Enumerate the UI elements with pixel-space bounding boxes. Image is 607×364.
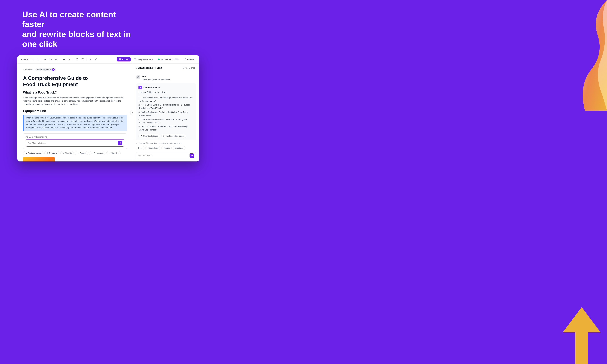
summarize-label: Summarize [94,152,103,154]
hero-headline: Use AI to create content faster and rewr… [22,10,133,49]
competitors-label: Competitors data [137,58,153,61]
rephrase-button[interactable]: Rephrase [44,151,59,155]
ai-title-5: 5. "Food on Wheels: How Food Trucks are … [138,125,194,132]
svg-point-15 [138,76,139,77]
section1-heading: What is a Food Truck? [23,91,127,94]
ordered-list-button[interactable]: 1.2.3. [75,57,79,62]
undo-button[interactable] [30,57,35,62]
chat-input[interactable] [138,154,188,157]
make-list-label: Make list [111,152,119,154]
competitors-tab[interactable]: Competitors data [132,57,155,62]
hero-section: Use AI to create content faster and rewr… [0,0,607,55]
svg-point-4 [81,59,82,59]
svg-text:3.: 3. [76,59,77,60]
expand-label: Expand [79,152,86,154]
ai-write-input-row [26,139,124,147]
editor-panel: 1,021 words Target Keywords 4 A Comprehe… [17,64,133,161]
section2-heading: Equipment List [23,109,127,113]
word-count-bar: 1,021 words Target Keywords 4 [23,68,127,71]
panel-collapse-toggle[interactable]: » [130,110,133,115]
publish-label: Publish [187,58,194,61]
copy-to-clipboard-button[interactable]: Copy to clipboard [138,134,160,138]
chip-structures[interactable]: Structures [173,146,185,150]
paste-at-cursor-button[interactable]: Paste at editor cursor [161,134,186,138]
ai-logo: ✦ [138,86,142,90]
h2-button[interactable]: H2 [49,57,53,62]
h3-button[interactable]: H3 [54,57,58,62]
chat-send-button[interactable] [189,153,194,158]
simplify-button[interactable]: Simplify [60,151,74,155]
italic-button[interactable]: I [67,57,72,62]
clear-chat-button[interactable]: Clear chat [181,66,196,70]
toolbar-right: AI chat Competitors data Improvements 17… [117,57,196,62]
ai-action-buttons: Copy to clipboard Paste at editor cursor [138,134,194,138]
ai-write-input[interactable] [28,142,117,144]
svg-point-9 [109,154,109,154]
svg-point-7 [109,153,109,153]
bold-button[interactable]: B [62,57,66,62]
simplify-label: Simplify [65,152,72,154]
svg-point-8 [109,153,109,153]
improvements-label: Improvements [161,58,173,61]
ai-write-send-button[interactable] [118,141,122,145]
keyword-count: 4 [52,68,55,71]
ai-suggestions-label: Use our AI suggestions or ask AI to writ… [136,142,196,144]
publish-button[interactable]: Publish [182,57,196,62]
make-list-button[interactable]: Make list [106,151,120,155]
toolbar-divider-1 [41,58,42,61]
h1-button[interactable]: H1 [43,57,48,62]
word-count: 1,021 words [23,68,33,71]
svg-rect-16 [141,136,142,137]
ai-sender-name: ContentShake AI [144,86,160,89]
svg-rect-10 [23,157,55,161]
ai-title-2: 2. "From Street Eats to Gourmet Delights… [138,103,194,110]
highlighted-text[interactable]: When creating content for your website, … [23,115,127,131]
chat-panel: ContentShake AI chat Clear chat You Gene… [133,64,199,161]
section1-body: When starting a food truck business, it'… [23,96,127,106]
improvements-count: 17 [174,58,179,60]
chip-titles[interactable]: Titles [136,146,145,150]
chip-images[interactable]: Images [161,146,172,150]
ai-chat-tab[interactable]: AI chat [117,57,131,62]
toolbar: Back H1 H2 H3 B I 1.2.3. [17,55,199,64]
expand-button[interactable]: Expand [75,151,88,155]
toolbar-divider-3 [73,58,73,61]
continue-writing-button[interactable]: Continue writing [23,151,43,155]
ai-title-1: 1. "Food Truck Fever: How Rolling Kitche… [138,96,194,103]
chat-title: ContentShake AI chat [136,66,162,69]
user1-message-text: Generate 5 titles for this article [142,78,196,81]
editor-window: Back H1 H2 H3 B I 1.2.3. [17,55,199,161]
ai-sender-row: ✦ ContentShake AI [138,86,194,90]
clear-chat-label: Clear chat [185,67,195,69]
image-placeholder [23,157,55,161]
user-message-1-content: You Generate 5 titles for this article [142,75,196,81]
clear-format-button[interactable] [93,57,98,62]
ai-intro-text: Here are 5 titles for the article: [138,91,194,94]
copy-to-clipboard-label: Copy to clipboard [143,135,158,137]
article-title[interactable]: A Comprehensive Guide toFood Truck Equip… [23,75,127,88]
summarize-button[interactable]: Summarize [89,151,106,155]
ai-write-label: Ask AI to write something [26,136,124,138]
paste-at-cursor-label: Paste at editor cursor [166,135,184,137]
chat-messages: You Generate 5 titles for this article ✦… [133,72,199,140]
back-label: Back [23,58,28,61]
user-avatar-1 [136,75,140,79]
rephrase-label: Rephrase [49,152,57,154]
user-message-1: You Generate 5 titles for this article [136,75,196,81]
improvements-dot [158,58,160,60]
back-button[interactable]: Back [21,58,28,61]
chat-input-row [136,152,196,159]
chat-header: ContentShake AI chat Clear chat [133,64,199,72]
improvements-tab[interactable]: Improvements 17 [156,57,181,62]
link-button[interactable] [88,57,92,62]
ai-chat-label: AI chat [122,58,128,61]
svg-point-5 [81,60,82,60]
keyword-badge: Target Keywords 4 [35,68,56,71]
ai-titles-list: 1. "Food Truck Fever: How Rolling Kitche… [138,96,194,132]
target-keywords-label: Target Keywords [37,68,51,71]
unordered-list-button[interactable] [80,57,85,62]
user1-sender: You [142,75,196,77]
redo-button[interactable] [36,57,40,62]
continue-writing-label: Continue writing [28,152,41,154]
chip-introductions[interactable]: Introductions [145,146,160,150]
